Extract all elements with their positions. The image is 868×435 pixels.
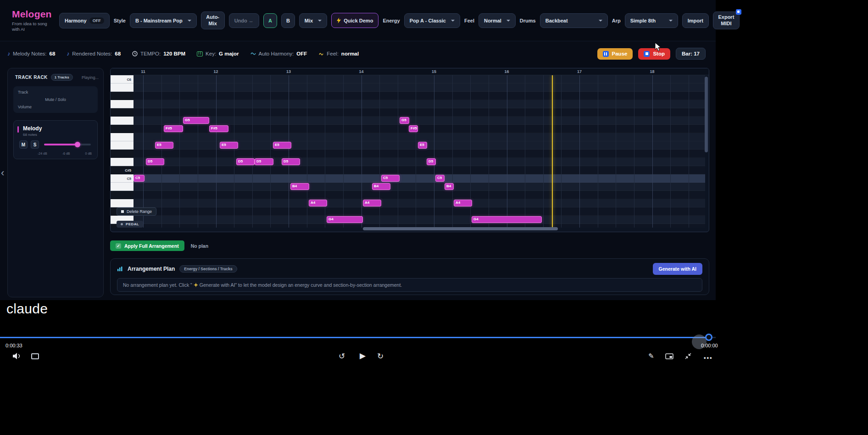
grid-row-D#5 bbox=[134, 150, 705, 158]
more-options-icon[interactable]: ••• bbox=[704, 354, 713, 361]
collapse-sidebar-chevron-icon[interactable]: ‹ bbox=[1, 168, 4, 178]
harmony-wave-icon bbox=[250, 51, 256, 56]
energy-select[interactable]: Pop A - Classic bbox=[404, 13, 460, 28]
midi-note-C5[interactable]: C5 bbox=[134, 175, 145, 182]
midi-note-E5[interactable]: E5 bbox=[155, 142, 173, 149]
midi-note-B4[interactable]: B4 bbox=[445, 183, 454, 190]
midi-note-F#5[interactable]: F#5 bbox=[209, 125, 228, 132]
import-button[interactable]: Import bbox=[682, 13, 709, 28]
grid-row-A5 bbox=[134, 100, 705, 108]
drums-select[interactable]: Backbeat bbox=[540, 13, 608, 28]
piano-key-D#5[interactable] bbox=[111, 150, 134, 158]
piano-key-A4[interactable] bbox=[111, 199, 134, 207]
theater-mode-icon[interactable] bbox=[31, 353, 39, 359]
midi-note-F#5[interactable]: F#5 bbox=[164, 125, 183, 132]
midi-note-G5[interactable]: G5 bbox=[183, 117, 209, 124]
quick-demo-button[interactable]: Quick Demo bbox=[331, 13, 378, 28]
midi-note-E5[interactable]: E5 bbox=[220, 142, 238, 149]
chart-bars-icon bbox=[117, 266, 123, 272]
arrangement-empty-state: No arrangement plan yet. Click " Generat… bbox=[117, 278, 702, 292]
piano-key-F5[interactable] bbox=[111, 133, 134, 141]
auto-harmony-label: Auto Harmony: bbox=[259, 51, 294, 56]
volume-slider[interactable] bbox=[44, 144, 91, 145]
forward-icon[interactable]: ↻ bbox=[377, 352, 384, 360]
bar-number: 12 bbox=[213, 69, 218, 74]
feel-select[interactable]: Normal bbox=[479, 13, 516, 28]
volume-knob[interactable] bbox=[75, 142, 80, 147]
midi-note-B4[interactable]: B4 bbox=[290, 183, 309, 190]
horizontal-scrollbar[interactable] bbox=[363, 227, 558, 230]
bar-ruler[interactable]: 1112131415161718 bbox=[111, 68, 709, 75]
minimize-icon[interactable] bbox=[684, 352, 692, 362]
piano-key-F#5[interactable] bbox=[111, 125, 134, 133]
midi-note-B4[interactable]: B4 bbox=[372, 183, 390, 190]
solo-button[interactable]: S bbox=[31, 140, 39, 149]
midi-note-E5[interactable]: E5 bbox=[273, 142, 291, 149]
piano-grid[interactable]: C5D5E5F#5G5F#5E5D5D5E5D5B4A4G4A4B4C5G5F#… bbox=[134, 75, 705, 228]
pedal-toggle[interactable]: PEDAL bbox=[117, 221, 143, 228]
piano-key-B4[interactable] bbox=[111, 183, 134, 191]
variant-b-button[interactable]: B bbox=[281, 13, 295, 28]
no-plan-text: No plan bbox=[191, 243, 209, 249]
mute-button[interactable]: M bbox=[19, 140, 28, 149]
midi-note-E5[interactable]: E5 bbox=[418, 142, 427, 149]
generate-with-ai-button[interactable]: Generate with AI bbox=[653, 263, 702, 275]
midi-note-G4[interactable]: G4 bbox=[472, 216, 542, 223]
volume-speaker-icon[interactable] bbox=[12, 352, 21, 362]
piano-key-C5[interactable]: C5 bbox=[111, 174, 134, 183]
piano-key-A#4[interactable] bbox=[111, 191, 134, 199]
midi-note-A4[interactable]: A4 bbox=[363, 200, 381, 206]
variant-a-button[interactable]: A bbox=[263, 13, 277, 28]
midi-note-C5[interactable]: C5 bbox=[435, 175, 445, 182]
style-select[interactable]: B - Mainstream Pop bbox=[130, 13, 197, 28]
piano-key-E5[interactable] bbox=[111, 141, 134, 150]
midi-note-F#5[interactable]: F#5 bbox=[409, 125, 418, 132]
vertical-scrollbar[interactable] bbox=[705, 77, 708, 152]
harmony-toggle[interactable]: Harmony OFF bbox=[59, 13, 110, 28]
video-scrubber-knob[interactable] bbox=[705, 334, 712, 341]
video-progress-bar[interactable] bbox=[0, 337, 716, 338]
midi-note-A4[interactable]: A4 bbox=[454, 200, 472, 206]
mix-menu-button[interactable]: Mix bbox=[299, 13, 327, 28]
piano-key-G#5[interactable] bbox=[111, 108, 134, 117]
beat-line bbox=[689, 75, 689, 228]
feel-status-value: normal bbox=[341, 51, 359, 56]
harmony-state-badge: OFF bbox=[89, 17, 104, 24]
piano-key-G5[interactable] bbox=[111, 117, 134, 125]
rewind-icon[interactable]: ↺ bbox=[339, 352, 345, 360]
undo-button[interactable]: Undo ↔ bbox=[229, 13, 259, 28]
picture-in-picture-icon[interactable] bbox=[665, 353, 673, 362]
arrangement-plan-panel: Arrangement Plan Energy / Sections / Tra… bbox=[110, 258, 709, 295]
midi-note-A4[interactable]: A4 bbox=[309, 200, 327, 206]
auto-mix-button[interactable]: Auto-Mix bbox=[201, 11, 225, 30]
apply-full-arrangement-button[interactable]: ✓ Apply Full Arrangement bbox=[110, 240, 184, 251]
bar-number: 14 bbox=[359, 69, 363, 74]
piano-key-C6[interactable]: C6 bbox=[111, 75, 134, 84]
pencil-edit-icon[interactable]: ✎ bbox=[648, 352, 654, 359]
midi-note-D5[interactable]: D5 bbox=[255, 158, 273, 165]
midi-note-C5[interactable]: C5 bbox=[381, 175, 400, 182]
midi-note-D5[interactable]: D5 bbox=[427, 158, 436, 165]
piano-key-A5[interactable] bbox=[111, 100, 134, 108]
beat-line bbox=[270, 75, 271, 228]
delete-range-button[interactable]: Delete Range bbox=[117, 207, 156, 216]
pause-button[interactable]: Pause bbox=[597, 48, 633, 60]
arp-select[interactable]: Simple 8th bbox=[625, 13, 678, 28]
mix-label: Mix bbox=[305, 18, 313, 23]
piano-key-C#5[interactable]: C#5 bbox=[111, 166, 134, 174]
apply-row: ✓ Apply Full Arrangement No plan bbox=[110, 240, 208, 251]
piano-key-B5[interactable] bbox=[111, 84, 134, 92]
midi-note-D5[interactable]: D5 bbox=[236, 158, 255, 165]
auto-harmony-value: OFF bbox=[296, 51, 307, 56]
play-icon[interactable]: ▶ bbox=[360, 352, 366, 360]
midi-note-D5[interactable]: D5 bbox=[146, 158, 164, 165]
grid-row-B5 bbox=[134, 84, 705, 92]
midi-note-G5[interactable]: G5 bbox=[400, 117, 409, 124]
piano-key-D5[interactable] bbox=[111, 158, 134, 166]
piano-key-A#5[interactable] bbox=[111, 92, 134, 100]
beat-line bbox=[616, 75, 616, 228]
playhead[interactable] bbox=[552, 75, 553, 228]
midi-note-G4[interactable]: G4 bbox=[327, 216, 363, 223]
export-midi-button[interactable]: Export MIDI bbox=[713, 11, 740, 30]
midi-note-D5[interactable]: D5 bbox=[282, 158, 300, 165]
